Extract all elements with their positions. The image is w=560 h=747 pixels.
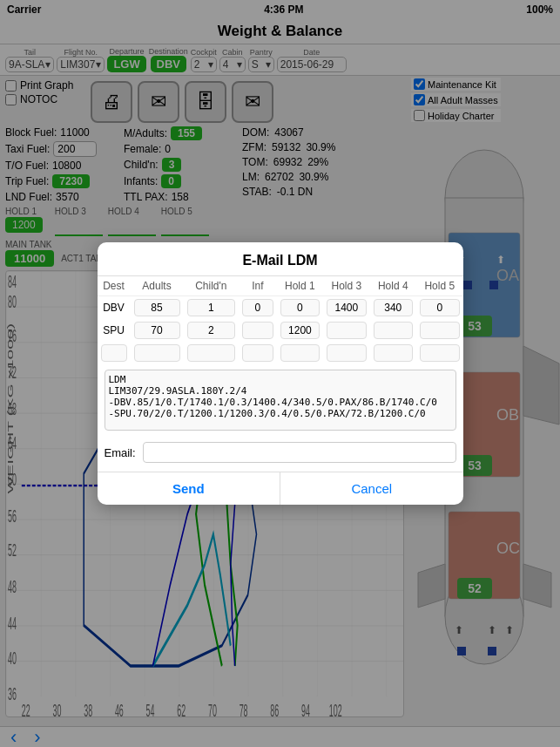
email-row: Email: [98, 438, 463, 466]
col-hold3: Hold 3 [323, 276, 369, 296]
modal-overlay[interactable]: E-Mail LDM Dest Adults Child'n Inf Hold … [0, 0, 560, 747]
hold1-input-spu[interactable] [280, 322, 320, 339]
adults-input-spu[interactable] [134, 322, 180, 339]
children-input-dbv[interactable] [187, 299, 236, 316]
adults-input-dbv[interactable] [134, 299, 180, 316]
hold5-input-dbv[interactable] [420, 299, 459, 316]
col-dest: Dest [98, 276, 131, 296]
col-hold4: Hold 4 [370, 276, 416, 296]
adults-input-empty[interactable] [134, 344, 180, 362]
col-hold5: Hold 5 [416, 276, 462, 296]
table-row: SPU [98, 319, 463, 342]
table-row-empty [98, 342, 463, 364]
ldm-textarea[interactable]: LDM LIM307/29.9ASLA.180Y.2/4 -DBV.85/1/0… [105, 370, 456, 431]
dest-cell-dbv: DBV [98, 296, 131, 320]
children-input-empty[interactable] [187, 344, 236, 362]
table-row: DBV [98, 296, 463, 320]
hold3-input-spu[interactable] [327, 322, 366, 339]
inf-input-dbv[interactable] [242, 299, 273, 316]
modal-buttons: Send Cancel [98, 472, 463, 505]
children-input-spu[interactable] [187, 322, 236, 339]
col-hold1: Hold 1 [277, 276, 323, 296]
email-input[interactable] [143, 442, 456, 463]
hold5-input-spu[interactable] [420, 322, 459, 339]
hold3-input-empty[interactable] [327, 344, 366, 362]
hold4-input-dbv[interactable] [374, 299, 413, 316]
hold4-input-spu[interactable] [374, 322, 413, 339]
send-button[interactable]: Send [98, 472, 281, 505]
col-inf: Inf [239, 276, 277, 296]
inf-input-empty[interactable] [242, 344, 273, 362]
col-children: Child'n [184, 276, 240, 296]
inf-input-spu[interactable] [242, 322, 273, 339]
col-adults: Adults [131, 276, 184, 296]
hold1-input-dbv[interactable] [280, 299, 320, 316]
modal-table: Dest Adults Child'n Inf Hold 1 Hold 3 Ho… [98, 276, 463, 364]
hold5-input-empty[interactable] [420, 344, 459, 362]
modal-title: E-Mail LDM [98, 242, 463, 276]
email-ldm-modal: E-Mail LDM Dest Adults Child'n Inf Hold … [98, 242, 463, 505]
hold1-input-empty[interactable] [280, 344, 320, 362]
email-label: Email: [105, 446, 136, 459]
hold4-input-empty[interactable] [374, 344, 413, 362]
dest-cell-spu: SPU [98, 319, 131, 342]
hold3-input-dbv[interactable] [327, 299, 366, 316]
dest-input-empty[interactable] [101, 344, 127, 362]
cancel-button[interactable]: Cancel [280, 472, 463, 505]
